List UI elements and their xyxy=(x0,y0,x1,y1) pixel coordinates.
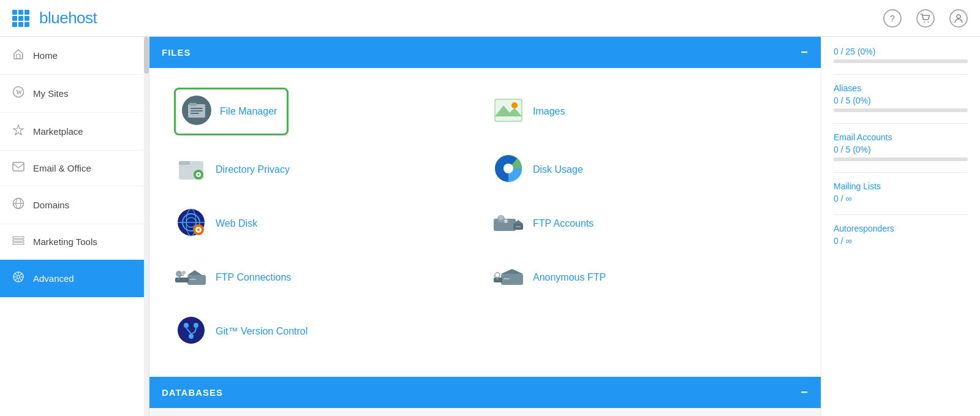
cart-icon[interactable] xyxy=(916,9,935,28)
brand-name[interactable]: bluehost xyxy=(39,9,97,28)
email-accounts-value: 0 / 5 (0%) xyxy=(834,145,968,154)
svg-rect-26 xyxy=(179,161,190,165)
sidebar-label-marketing-tools: Marketing Tools xyxy=(33,236,97,247)
files-section-header: FILES − xyxy=(149,37,821,68)
svg-point-60 xyxy=(178,317,205,344)
aliases-label: Aliases xyxy=(834,83,968,93)
logo-grid xyxy=(12,10,29,27)
databases-section-header: DATABASES − xyxy=(149,377,821,408)
svg-rect-20 xyxy=(190,113,199,114)
svg-rect-55 xyxy=(494,278,502,282)
sidebar-label-email-office: Email & Office xyxy=(33,163,91,173)
sidebar-label-domains: Domains xyxy=(33,200,69,210)
main-content: FILES − xyxy=(149,37,821,416)
images-item[interactable]: Images xyxy=(485,80,802,143)
ftp-accounts-item[interactable]: FTP Accounts xyxy=(485,197,802,251)
svg-text:W: W xyxy=(16,89,22,96)
file-manager-icon xyxy=(181,94,213,129)
svg-rect-46 xyxy=(516,226,521,227)
email-accounts-stat: Email Accounts 0 / 5 (0%) xyxy=(834,132,968,161)
svg-rect-19 xyxy=(190,110,203,112)
marketing-icon xyxy=(12,235,24,248)
user-icon[interactable] xyxy=(949,9,968,28)
wordpress-icon: W xyxy=(12,86,24,101)
files-collapse-button[interactable]: − xyxy=(801,45,809,59)
sidebar-item-domains[interactable]: Domains xyxy=(0,186,149,224)
topnav-left: bluehost xyxy=(12,9,97,28)
aliases-stat: Aliases 0 / 5 (0%) xyxy=(834,83,968,112)
ftp-connections-label: FTP Connections xyxy=(216,272,291,283)
svg-rect-12 xyxy=(13,243,24,244)
sidebar-label-marketplace: Marketplace xyxy=(33,126,83,137)
databases-collapse-button[interactable]: − xyxy=(801,385,809,399)
divider-1 xyxy=(834,74,968,75)
advanced-icon xyxy=(12,271,24,286)
sidebar: Home W My Sites Marketplace xyxy=(0,37,149,416)
email-accounts-fill xyxy=(834,157,836,161)
svg-point-24 xyxy=(511,102,518,108)
svg-rect-3 xyxy=(17,55,20,59)
sidebar-item-marketing-tools[interactable]: Marketing Tools xyxy=(0,224,149,260)
svg-point-14 xyxy=(17,276,20,279)
svg-point-51 xyxy=(182,271,186,274)
svg-point-42 xyxy=(499,215,503,220)
svg-rect-59 xyxy=(503,278,510,279)
divider-4 xyxy=(834,214,968,215)
mailing-lists-label: Mailing Lists xyxy=(834,181,968,191)
marketplace-icon xyxy=(12,124,24,139)
sidebar-item-advanced[interactable]: Advanced xyxy=(0,260,149,298)
sidebar-item-marketplace[interactable]: Marketplace xyxy=(0,113,149,151)
scrollbar-thumb[interactable] xyxy=(144,37,149,74)
svg-point-63 xyxy=(189,334,194,339)
sidebar-item-email-office[interactable]: Email & Office xyxy=(0,151,149,186)
web-disk-item[interactable]: Web Disk xyxy=(168,197,485,251)
ftp-accounts-icon xyxy=(492,206,524,241)
files-items-grid: File Manager Images xyxy=(149,68,821,377)
disk-usage-fill xyxy=(834,59,836,63)
svg-point-39 xyxy=(197,229,200,231)
svg-rect-58 xyxy=(494,275,495,278)
main-layout: Home W My Sites Marketplace xyxy=(0,37,980,416)
anonymous-ftp-item[interactable]: Anonymous FTP xyxy=(485,251,802,304)
svg-point-1 xyxy=(928,21,929,23)
disk-usage-icon xyxy=(492,153,524,187)
svg-rect-17 xyxy=(189,103,197,106)
scrollbar-track xyxy=(144,37,149,416)
images-label: Images xyxy=(533,106,565,117)
svg-rect-49 xyxy=(175,278,189,282)
sidebar-item-my-sites[interactable]: W My Sites xyxy=(0,75,149,113)
ftp-connections-item[interactable]: FTP Connections xyxy=(168,251,485,304)
help-icon[interactable]: ? xyxy=(883,9,902,28)
divider-2 xyxy=(834,123,968,124)
mailing-lists-value: 0 / ∞ xyxy=(834,194,968,203)
directory-privacy-label: Directory Privacy xyxy=(216,164,290,175)
domains-icon xyxy=(12,197,24,213)
directory-privacy-item[interactable]: Directory Privacy xyxy=(168,143,485,197)
svg-point-29 xyxy=(198,174,200,176)
email-accounts-label: Email Accounts xyxy=(834,132,968,142)
aliases-bar xyxy=(834,108,968,112)
svg-rect-47 xyxy=(187,275,206,285)
file-manager-label: File Manager xyxy=(220,106,277,117)
git-icon xyxy=(175,314,207,349)
files-section-title: FILES xyxy=(162,47,191,58)
file-manager-item[interactable]: File Manager xyxy=(168,80,485,143)
right-sidebar: 0 / 25 (0%) Aliases 0 / 5 (0%) Email Acc… xyxy=(821,37,980,416)
sidebar-label-my-sites: My Sites xyxy=(33,88,69,99)
svg-point-0 xyxy=(924,21,925,23)
mailing-lists-stat: Mailing Lists 0 / ∞ xyxy=(834,181,968,203)
ftp-accounts-label: FTP Accounts xyxy=(533,218,594,229)
svg-rect-18 xyxy=(190,108,203,109)
databases-section-title: DATABASES xyxy=(162,387,223,398)
git-version-control-item[interactable]: Git™ Version Control xyxy=(168,304,485,358)
svg-point-62 xyxy=(194,323,198,328)
svg-point-31 xyxy=(503,164,513,173)
disk-usage-item[interactable]: Disk Usage xyxy=(485,143,802,197)
svg-rect-21 xyxy=(495,99,522,121)
svg-point-56 xyxy=(495,273,500,278)
sidebar-label-advanced: Advanced xyxy=(33,273,74,284)
svg-rect-11 xyxy=(13,240,24,241)
aliases-fill xyxy=(834,108,836,112)
content-area: FILES − xyxy=(149,37,980,416)
sidebar-item-home[interactable]: Home xyxy=(0,37,149,75)
